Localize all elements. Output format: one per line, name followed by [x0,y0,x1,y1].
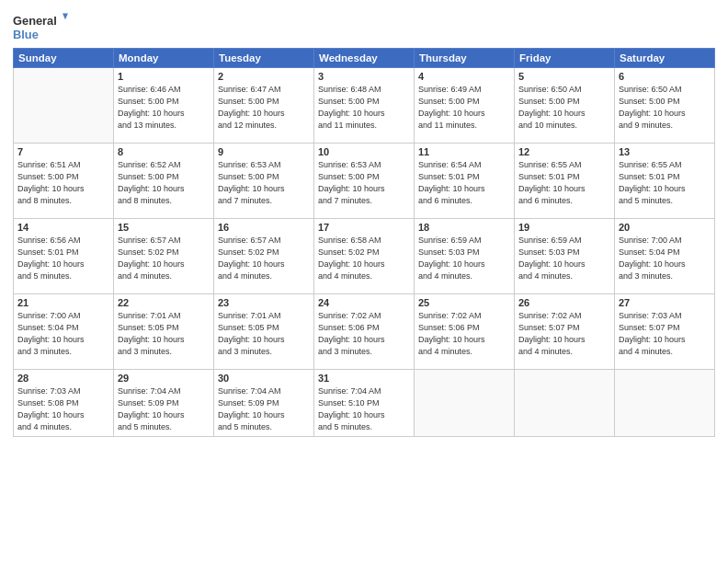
day-info: Sunrise: 6:57 AMSunset: 5:02 PMDaylight:… [118,235,210,282]
day-info: Sunrise: 7:02 AMSunset: 5:06 PMDaylight:… [418,310,510,358]
calendar-day-17: 17Sunrise: 6:58 AMSunset: 5:02 PMDayligh… [314,219,415,294]
logo: General Blue [13,9,68,44]
column-header-wednesday: Wednesday [314,49,415,68]
calendar-day-2: 2Sunrise: 6:47 AMSunset: 5:00 PMDaylight… [214,68,314,144]
logo-svg: General Blue [13,9,68,44]
day-number: 30 [218,373,310,384]
day-info: Sunrise: 7:02 AMSunset: 5:06 PMDaylight:… [318,310,410,358]
calendar-empty-cell [415,370,515,437]
calendar-day-25: 25Sunrise: 7:02 AMSunset: 5:06 PMDayligh… [415,294,515,370]
day-number: 17 [318,222,410,233]
calendar-day-22: 22Sunrise: 7:01 AMSunset: 5:05 PMDayligh… [114,294,214,370]
day-info: Sunrise: 6:53 AMSunset: 5:00 PMDaylight:… [318,159,410,207]
day-info: Sunrise: 6:50 AMSunset: 5:00 PMDaylight:… [619,84,711,132]
calendar-empty-cell [615,370,715,437]
day-number: 27 [619,297,711,308]
calendar-day-23: 23Sunrise: 7:01 AMSunset: 5:05 PMDayligh… [214,294,314,370]
calendar-day-16: 16Sunrise: 6:57 AMSunset: 5:02 PMDayligh… [214,219,314,294]
day-number: 8 [118,146,210,157]
calendar-day-10: 10Sunrise: 6:53 AMSunset: 5:00 PMDayligh… [314,144,415,219]
calendar-week-row: 7Sunrise: 6:51 AMSunset: 5:00 PMDaylight… [14,144,715,219]
calendar-empty-cell [515,370,615,437]
calendar-day-3: 3Sunrise: 6:48 AMSunset: 5:00 PMDaylight… [314,68,415,144]
day-info: Sunrise: 7:01 AMSunset: 5:05 PMDaylight:… [218,310,310,358]
day-info: Sunrise: 6:59 AMSunset: 5:03 PMDaylight:… [518,235,610,282]
day-number: 2 [218,71,310,82]
column-header-tuesday: Tuesday [214,49,314,68]
calendar-day-26: 26Sunrise: 7:02 AMSunset: 5:07 PMDayligh… [515,294,615,370]
day-info: Sunrise: 6:58 AMSunset: 5:02 PMDaylight:… [318,235,410,282]
day-number: 31 [318,373,410,384]
day-info: Sunrise: 6:51 AMSunset: 5:00 PMDaylight:… [17,159,109,207]
day-info: Sunrise: 7:00 AMSunset: 5:04 PMDaylight:… [619,235,711,282]
calendar-day-29: 29Sunrise: 7:04 AMSunset: 5:09 PMDayligh… [114,370,214,437]
day-info: Sunrise: 7:02 AMSunset: 5:07 PMDaylight:… [518,310,610,358]
calendar-day-14: 14Sunrise: 6:56 AMSunset: 5:01 PMDayligh… [14,219,114,294]
calendar-week-row: 28Sunrise: 7:03 AMSunset: 5:08 PMDayligh… [14,370,715,437]
day-number: 10 [318,146,410,157]
day-info: Sunrise: 7:04 AMSunset: 5:10 PMDaylight:… [318,385,410,433]
calendar-day-12: 12Sunrise: 6:55 AMSunset: 5:01 PMDayligh… [515,144,615,219]
day-number: 29 [118,373,210,384]
day-info: Sunrise: 7:01 AMSunset: 5:05 PMDaylight:… [118,310,210,358]
calendar-table: SundayMondayTuesdayWednesdayThursdayFrid… [13,48,715,437]
day-number: 24 [318,297,410,308]
svg-marker-2 [63,13,68,19]
day-number: 25 [418,297,510,308]
calendar-day-6: 6Sunrise: 6:50 AMSunset: 5:00 PMDaylight… [615,68,715,144]
day-number: 15 [118,222,210,233]
day-info: Sunrise: 6:53 AMSunset: 5:00 PMDaylight:… [218,159,310,207]
day-info: Sunrise: 6:47 AMSunset: 5:00 PMDaylight:… [218,84,310,132]
calendar-day-27: 27Sunrise: 7:03 AMSunset: 5:07 PMDayligh… [615,294,715,370]
day-info: Sunrise: 6:46 AMSunset: 5:00 PMDaylight:… [118,84,210,132]
day-info: Sunrise: 6:52 AMSunset: 5:00 PMDaylight:… [118,159,210,207]
day-number: 28 [17,373,109,384]
calendar-day-8: 8Sunrise: 6:52 AMSunset: 5:00 PMDaylight… [114,144,214,219]
day-number: 7 [17,146,109,157]
day-number: 18 [418,222,510,233]
day-number: 6 [619,71,711,82]
calendar-day-20: 20Sunrise: 7:00 AMSunset: 5:04 PMDayligh… [615,219,715,294]
day-number: 20 [619,222,711,233]
day-info: Sunrise: 6:48 AMSunset: 5:00 PMDaylight:… [318,84,410,132]
column-header-sunday: Sunday [14,49,114,68]
day-number: 5 [518,71,610,82]
day-number: 19 [518,222,610,233]
day-info: Sunrise: 7:04 AMSunset: 5:09 PMDaylight:… [118,385,210,433]
column-header-saturday: Saturday [615,49,715,68]
day-number: 16 [218,222,310,233]
day-info: Sunrise: 6:57 AMSunset: 5:02 PMDaylight:… [218,235,310,282]
column-header-friday: Friday [515,49,615,68]
day-info: Sunrise: 6:49 AMSunset: 5:00 PMDaylight:… [418,84,510,132]
page: General Blue SundayMondayTuesdayWednesda… [0,0,728,563]
calendar-day-24: 24Sunrise: 7:02 AMSunset: 5:06 PMDayligh… [314,294,415,370]
day-info: Sunrise: 7:03 AMSunset: 5:07 PMDaylight:… [619,310,711,358]
day-number: 11 [418,146,510,157]
day-info: Sunrise: 6:55 AMSunset: 5:01 PMDaylight:… [518,159,610,207]
calendar-day-9: 9Sunrise: 6:53 AMSunset: 5:00 PMDaylight… [214,144,314,219]
day-number: 23 [218,297,310,308]
calendar-day-1: 1Sunrise: 6:46 AMSunset: 5:00 PMDaylight… [114,68,214,144]
day-number: 4 [418,71,510,82]
calendar-day-11: 11Sunrise: 6:54 AMSunset: 5:01 PMDayligh… [415,144,515,219]
svg-text:General: General [13,14,57,28]
day-info: Sunrise: 6:50 AMSunset: 5:00 PMDaylight:… [518,84,610,132]
day-info: Sunrise: 6:54 AMSunset: 5:01 PMDaylight:… [418,159,510,207]
day-number: 13 [619,146,711,157]
calendar-day-21: 21Sunrise: 7:00 AMSunset: 5:04 PMDayligh… [14,294,114,370]
column-header-monday: Monday [114,49,214,68]
calendar-week-row: 21Sunrise: 7:00 AMSunset: 5:04 PMDayligh… [14,294,715,370]
header: General Blue [13,9,715,44]
calendar-day-18: 18Sunrise: 6:59 AMSunset: 5:03 PMDayligh… [415,219,515,294]
column-header-thursday: Thursday [415,49,515,68]
day-number: 12 [518,146,610,157]
calendar-empty-cell [14,68,114,144]
calendar-day-19: 19Sunrise: 6:59 AMSunset: 5:03 PMDayligh… [515,219,615,294]
day-number: 26 [518,297,610,308]
day-info: Sunrise: 7:00 AMSunset: 5:04 PMDaylight:… [17,310,109,358]
calendar-day-15: 15Sunrise: 6:57 AMSunset: 5:02 PMDayligh… [114,219,214,294]
day-info: Sunrise: 6:56 AMSunset: 5:01 PMDaylight:… [17,235,109,282]
calendar-header-row: SundayMondayTuesdayWednesdayThursdayFrid… [14,49,715,68]
calendar-day-4: 4Sunrise: 6:49 AMSunset: 5:00 PMDaylight… [415,68,515,144]
calendar-day-31: 31Sunrise: 7:04 AMSunset: 5:10 PMDayligh… [314,370,415,437]
